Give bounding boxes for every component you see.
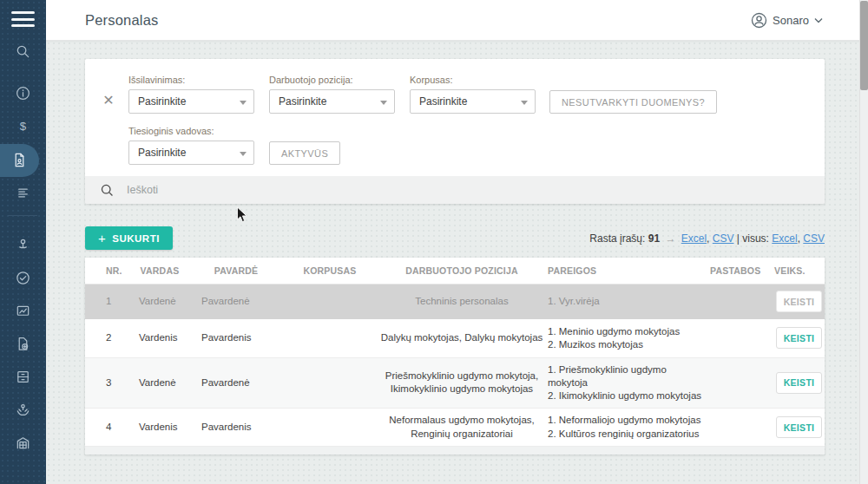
filter-select-supervisor-value: Pasirinkite (138, 147, 186, 159)
export-csv-link[interactable]: CSV (713, 232, 734, 245)
cell-nr: 4 (85, 409, 130, 447)
user-menu[interactable]: Sonaro (751, 12, 823, 29)
sidebar-item-search[interactable] (0, 36, 46, 69)
filter-select-supervisor[interactable]: Pasirinkite (128, 141, 254, 165)
cell-vardas: Vardenis (130, 409, 189, 447)
create-button[interactable]: + SUKURTI (85, 226, 173, 250)
close-filters-icon[interactable]: ✕ (99, 91, 118, 110)
column-header-pavarde: PAVARDĖ (189, 258, 283, 284)
active-filter-button[interactable]: AKTYVŪS (269, 141, 340, 165)
edit-button[interactable]: KEISTI (776, 291, 822, 312)
sidebar-item-approvals[interactable] (0, 262, 46, 295)
sidebar-item-info[interactable] (0, 77, 46, 110)
scrollbar-thumb[interactable] (860, 1, 868, 90)
chart-icon (15, 303, 31, 319)
arrow-icon: → (665, 232, 675, 245)
results-summary: Rasta įrašų: 91 → Excel, CSV | visus: Ex… (589, 232, 825, 245)
personnel-table: NR. VARDAS PAVARDĖ KORPUSAS DARBUOTOJO P… (85, 258, 825, 455)
column-header-vardas: VARDAS (130, 258, 189, 284)
table-row: 4 Vardenis Pavardenis Neformalaus ugdymo… (85, 409, 825, 447)
filter-label-position: Darbuotojo pozicija: (269, 75, 395, 85)
filter-select-building[interactable]: Pasirinkite (410, 89, 536, 114)
cell-pozicija: Techninis personalas (377, 284, 547, 319)
cell-pareigos: 1. Priešmokyklinio ugdymo mokytoja 2. Ik… (547, 357, 710, 409)
search-icon (15, 43, 31, 60)
list-icon (15, 185, 31, 201)
column-header-korpusas: KORPUSAS (283, 258, 377, 284)
filter-label-supervisor: Tiesioginis vadovas: (128, 126, 254, 136)
sidebar-item-list[interactable] (0, 177, 46, 210)
sidebar-item-warehouse[interactable] (0, 427, 46, 460)
filter-label-building: Korpusas: (410, 75, 536, 85)
cell-pavarde: Pavardenis (189, 409, 283, 447)
search-input[interactable] (127, 184, 825, 196)
cell-pareigos: 1. Vyr.virėja (547, 284, 710, 319)
filter-select-position-value: Pasirinkite (279, 95, 326, 108)
sidebar-nav (0, 31, 46, 460)
results-all-separator: | visus: (737, 232, 769, 245)
check-badge-icon (15, 270, 31, 286)
column-header-pastabos: PASTABOS (710, 258, 773, 284)
page-title: Personalas (85, 12, 159, 29)
filter-select-education-value: Pasirinkite (138, 95, 186, 108)
edit-button[interactable]: KEISTI (776, 416, 822, 438)
topbar: Personalas Sonaro (46, 0, 868, 41)
cell-vardas: Vardenė (130, 284, 189, 319)
cell-korpusas (283, 357, 377, 409)
cell-pavarde: Pavardenis (189, 319, 283, 357)
file-add-icon (15, 336, 31, 352)
cell-pastabos (710, 284, 773, 319)
vertical-scrollbar[interactable] (859, 0, 868, 484)
edit-button[interactable]: KEISTI (776, 327, 822, 349)
support-hands-icon (15, 402, 31, 418)
column-header-pareigos: PAREIGOS (547, 258, 710, 284)
cell-pareigos: 1. Neformaliojo ugdymo mokytojas 2. Kult… (547, 409, 710, 447)
results-label: Rasta įrašų: (589, 232, 645, 245)
table-row-partial (85, 447, 825, 455)
results-count: 91 (648, 232, 660, 245)
column-header-nr: NR. (85, 258, 130, 284)
user-icon (751, 12, 767, 29)
sidebar-item-support[interactable] (0, 394, 46, 427)
cell-korpusas (283, 409, 377, 447)
user-name: Sonaro (773, 14, 809, 27)
table-body: 1 Vardenė Pavardenė Techninis personalas… (85, 284, 825, 447)
edit-button[interactable]: KEISTI (776, 372, 822, 394)
sidebar-item-person-pin[interactable] (0, 229, 46, 262)
filter-label-education: Išsilavinimas: (128, 75, 254, 85)
cell-pavarde: Pavardenė (189, 357, 283, 409)
export-excel-link[interactable]: Excel (681, 232, 707, 245)
column-header-veiks: VEIKS. (773, 258, 825, 284)
cell-nr: 2 (85, 319, 130, 357)
cell-pastabos (710, 319, 773, 357)
cell-pozicija: Neformalaus ugdymo mokytojas, Renginių o… (377, 409, 547, 447)
sidebar-item-reports[interactable] (0, 295, 46, 328)
sidebar-item-add-document[interactable] (0, 328, 46, 361)
unsorted-data-button[interactable]: NESUTVARKYTI DUOMENYS? (549, 90, 717, 114)
sidebar-item-personnel[interactable] (0, 144, 39, 177)
warehouse-icon (15, 435, 31, 451)
cell-nr: 3 (85, 357, 130, 409)
comma: , (798, 232, 800, 245)
cell-korpusas (283, 319, 377, 357)
comma: , (707, 232, 709, 245)
filter-card: ✕ Išsilavinimas: Pasirinkite Darbuotojo … (85, 59, 825, 204)
table-row: 1 Vardenė Pavardenė Techninis personalas… (85, 284, 825, 319)
cell-vardas: Vardenė (130, 357, 189, 409)
cell-vardas: Vardenis (130, 319, 189, 357)
plus-icon: + (98, 231, 106, 245)
sidebar-item-archive[interactable] (0, 361, 46, 394)
export-all-excel-link[interactable]: Excel (772, 232, 797, 245)
table-header-row: NR. VARDAS PAVARDĖ KORPUSAS DARBUOTOJO P… (85, 258, 825, 284)
sidebar-item-finance[interactable] (0, 110, 46, 143)
sidebar (0, 0, 46, 484)
export-all-csv-link[interactable]: CSV (803, 232, 825, 245)
menu-icon[interactable] (0, 0, 46, 27)
column-header-pozicija: DARBUOTOJO POZICIJA (377, 258, 547, 284)
personnel-file-icon (11, 152, 28, 168)
filter-select-education[interactable]: Pasirinkite (128, 89, 254, 114)
filter-select-position[interactable]: Pasirinkite (269, 89, 395, 114)
cell-pastabos (710, 357, 773, 409)
search-bar (85, 176, 825, 204)
cell-pavarde: Pavardenė (189, 284, 283, 319)
